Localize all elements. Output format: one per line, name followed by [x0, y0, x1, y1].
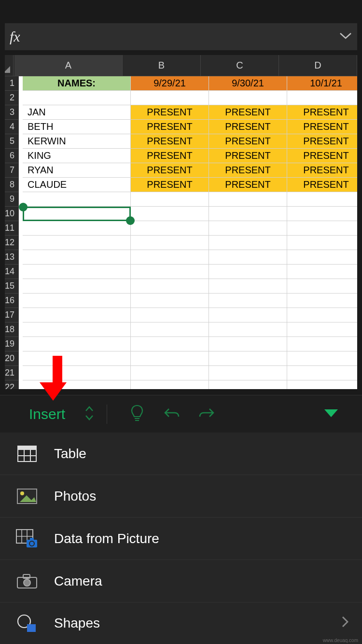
cell[interactable]: PRESENT — [131, 149, 209, 163]
cell[interactable] — [131, 322, 209, 337]
row-header-11[interactable]: 11 — [5, 221, 19, 236]
cell[interactable] — [209, 308, 287, 322]
cell[interactable]: PRESENT — [209, 178, 287, 192]
lightbulb-icon[interactable] — [120, 404, 154, 424]
cell[interactable]: PRESENT — [209, 134, 287, 149]
cell[interactable]: RYAN — [23, 163, 131, 178]
cell[interactable] — [287, 337, 357, 351]
cell[interactable] — [209, 279, 287, 294]
cell[interactable] — [131, 279, 209, 294]
cell[interactable] — [209, 91, 287, 105]
cell[interactable] — [209, 192, 287, 207]
cell[interactable] — [23, 322, 131, 337]
cell[interactable] — [23, 279, 131, 294]
cell[interactable] — [209, 366, 287, 380]
cell[interactable] — [209, 236, 287, 250]
row-header-3[interactable]: 3 — [5, 105, 19, 120]
cell[interactable] — [209, 380, 287, 389]
cell[interactable] — [131, 265, 209, 279]
cell[interactable] — [23, 250, 131, 265]
row-header-14[interactable]: 14 — [5, 265, 19, 279]
cell[interactable] — [131, 250, 209, 265]
row-header-19[interactable]: 19 — [5, 337, 19, 351]
cell[interactable] — [209, 337, 287, 351]
cell[interactable] — [131, 236, 209, 250]
row-header-4[interactable]: 4 — [5, 120, 19, 134]
cell[interactable] — [23, 380, 131, 389]
column-header-c[interactable]: C — [201, 55, 279, 76]
row-header-7[interactable]: 7 — [5, 163, 19, 178]
collapse-ribbon-icon[interactable] — [323, 408, 339, 420]
cell[interactable] — [287, 265, 357, 279]
cell[interactable] — [287, 366, 357, 380]
spreadsheet-grid[interactable]: A B C D 12345678910111213141516171819202… — [5, 55, 357, 389]
cell[interactable] — [131, 351, 209, 366]
cell[interactable]: PRESENT — [209, 149, 287, 163]
cell[interactable] — [287, 221, 357, 236]
row-header-8[interactable]: 8 — [5, 178, 19, 192]
cell[interactable]: PRESENT — [209, 120, 287, 134]
row-header-1[interactable]: 1 — [5, 76, 19, 91]
ribbon-tab-insert[interactable]: Insert — [0, 406, 65, 422]
cell[interactable]: PRESENT — [131, 163, 209, 178]
cell[interactable]: PRESENT — [131, 120, 209, 134]
cell[interactable]: PRESENT — [287, 178, 357, 192]
cell[interactable] — [131, 192, 209, 207]
cell[interactable] — [209, 322, 287, 337]
cell[interactable] — [23, 91, 131, 105]
insert-menu-photos[interactable]: Photos — [0, 475, 362, 518]
cell[interactable]: BETH — [23, 120, 131, 134]
cell[interactable] — [287, 279, 357, 294]
insert-menu-table[interactable]: Table — [0, 433, 362, 475]
cell[interactable] — [23, 265, 131, 279]
cell[interactable] — [131, 294, 209, 308]
row-header-16[interactable]: 16 — [5, 294, 19, 308]
cell[interactable]: KING — [23, 149, 131, 163]
cell[interactable]: PRESENT — [209, 105, 287, 120]
cell[interactable]: 9/29/21 — [131, 76, 209, 91]
column-header-d[interactable]: D — [279, 55, 357, 76]
cell[interactable] — [23, 221, 131, 236]
cell[interactable] — [209, 250, 287, 265]
cell[interactable]: PRESENT — [131, 105, 209, 120]
formula-bar[interactable]: fx — [5, 23, 357, 50]
cell[interactable] — [287, 250, 357, 265]
row-header-5[interactable]: 5 — [5, 134, 19, 149]
cell[interactable] — [209, 265, 287, 279]
row-header-10[interactable]: 10 — [5, 207, 19, 221]
cell[interactable] — [23, 192, 131, 207]
cell[interactable]: PRESENT — [287, 105, 357, 120]
cell[interactable] — [131, 207, 209, 221]
row-header-15[interactable]: 15 — [5, 279, 19, 294]
redo-icon[interactable] — [189, 406, 224, 422]
cell[interactable] — [287, 207, 357, 221]
row-header-13[interactable]: 13 — [5, 250, 19, 265]
cell[interactable]: PRESENT — [209, 163, 287, 178]
cell[interactable] — [209, 351, 287, 366]
row-header-6[interactable]: 6 — [5, 149, 19, 163]
cell[interactable]: PRESENT — [287, 163, 357, 178]
row-header-21[interactable]: 21 — [5, 366, 19, 380]
cell[interactable] — [131, 337, 209, 351]
cell[interactable] — [131, 380, 209, 389]
cell[interactable]: PRESENT — [287, 149, 357, 163]
insert-menu-shapes[interactable]: Shapes — [0, 602, 362, 644]
cell[interactable] — [287, 192, 357, 207]
row-header-18[interactable]: 18 — [5, 322, 19, 337]
cell[interactable] — [131, 308, 209, 322]
cell[interactable] — [131, 221, 209, 236]
cell[interactable] — [23, 236, 131, 250]
cell[interactable]: NAMES: — [23, 76, 131, 91]
row-header-12[interactable]: 12 — [5, 236, 19, 250]
undo-icon[interactable] — [154, 406, 189, 422]
cell[interactable] — [209, 207, 287, 221]
cell[interactable] — [287, 236, 357, 250]
cell[interactable] — [209, 294, 287, 308]
cell[interactable] — [209, 221, 287, 236]
row-header-17[interactable]: 17 — [5, 308, 19, 322]
insert-menu-camera[interactable]: Camera — [0, 560, 362, 602]
row-header-20[interactable]: 20 — [5, 351, 19, 366]
cell[interactable]: 10/1/21 — [287, 76, 357, 91]
row-header-22[interactable]: 22 — [5, 380, 19, 389]
cell[interactable] — [287, 351, 357, 366]
